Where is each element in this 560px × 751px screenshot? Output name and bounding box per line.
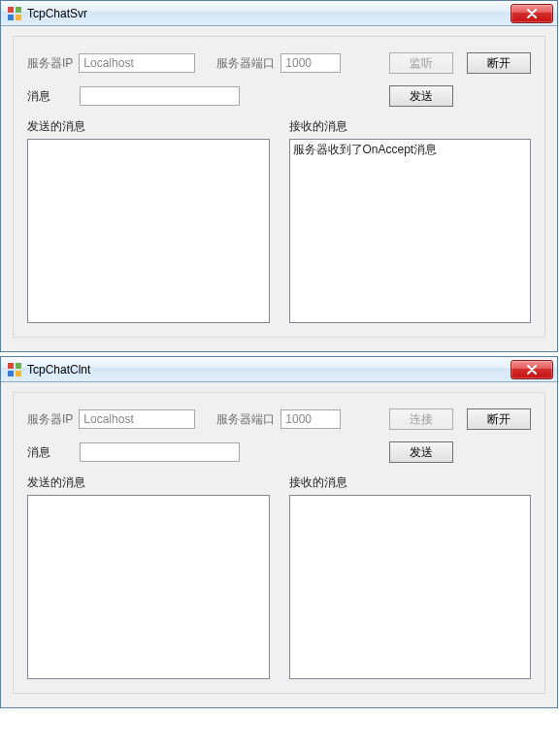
ip-input[interactable] [79,409,195,429]
close-icon [526,9,538,18]
window-title: TcpChatSvr [27,6,511,21]
form-panel: 服务器IP 服务器端口 监听 断开 消息 发送 发送的消息 [13,36,545,338]
message-label: 消息 [27,444,74,461]
sent-label: 发送的消息 [27,474,264,491]
sent-textarea[interactable] [27,139,270,323]
client-window: TcpChatClnt 服务器IP 服务器端口 连接 断开 消息 [0,356,558,708]
client-area: 服务器IP 服务器端口 监听 断开 消息 发送 发送的消息 [1,26,557,351]
message-input[interactable] [80,442,240,462]
ip-label: 服务器IP [27,411,73,428]
log-columns: 发送的消息 接收的消息 [27,474,531,679]
window-title: TcpChatClnt [27,362,511,377]
sent-column: 发送的消息 [27,118,270,323]
client-area: 服务器IP 服务器端口 连接 断开 消息 发送 发送的消息 [1,382,557,707]
message-label: 消息 [27,88,74,105]
sent-column: 发送的消息 [27,474,270,679]
svg-rect-3 [16,15,21,20]
svg-rect-5 [16,363,21,369]
titlebar[interactable]: TcpChatClnt [1,357,557,382]
port-input[interactable] [280,409,341,429]
titlebar[interactable]: TcpChatSvr [1,1,557,26]
app-icon [7,362,22,377]
sent-textarea[interactable] [27,495,270,679]
received-column: 接收的消息 服务器收到了OnAccept消息 [289,118,532,323]
app-icon [7,6,22,21]
connection-row: 服务器IP 服务器端口 监听 断开 [27,52,531,74]
close-button[interactable] [511,4,553,23]
svg-rect-4 [8,363,14,369]
received-label: 接收的消息 [289,474,526,491]
send-button[interactable]: 发送 [389,441,453,463]
svg-rect-2 [8,15,14,20]
message-input[interactable] [80,86,240,106]
disconnect-button[interactable]: 断开 [467,52,531,74]
message-row: 消息 发送 [27,85,531,107]
close-icon [526,365,538,375]
received-label: 接收的消息 [289,118,526,135]
disconnect-button[interactable]: 断开 [467,408,531,430]
received-textarea[interactable] [289,495,532,679]
connection-row: 服务器IP 服务器端口 连接 断开 [27,408,531,430]
port-input[interactable] [280,53,341,73]
received-column: 接收的消息 [289,474,532,679]
port-label: 服务器端口 [216,411,275,428]
ip-input[interactable] [79,53,195,73]
sent-label: 发送的消息 [27,118,264,135]
svg-rect-6 [8,371,14,376]
svg-rect-7 [16,371,21,376]
received-textarea[interactable]: 服务器收到了OnAccept消息 [289,139,532,323]
svg-rect-0 [8,7,14,13]
log-columns: 发送的消息 接收的消息 服务器收到了OnAccept消息 [27,118,531,323]
form-panel: 服务器IP 服务器端口 连接 断开 消息 发送 发送的消息 [13,392,545,694]
send-button[interactable]: 发送 [389,85,453,107]
ip-label: 服务器IP [27,55,73,72]
close-button[interactable] [511,360,553,379]
server-window: TcpChatSvr 服务器IP 服务器端口 监听 断开 消息 [0,0,558,352]
port-label: 服务器端口 [216,55,275,72]
svg-rect-1 [16,7,21,13]
message-row: 消息 发送 [27,441,531,463]
connect-button[interactable]: 连接 [389,408,453,430]
listen-button[interactable]: 监听 [389,52,453,74]
